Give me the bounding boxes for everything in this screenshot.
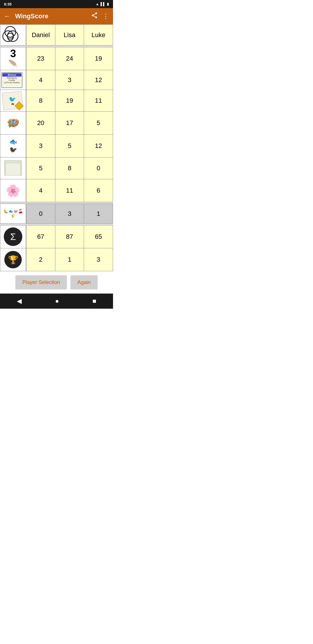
luke-goals[interactable]: 11	[84, 90, 113, 112]
sigma-icon: Σ	[4, 227, 22, 246]
lisa-eggs[interactable]: 17	[55, 112, 84, 135]
app-bar: ← WingScore ⋮	[0, 8, 113, 24]
lisa-tucked[interactable]: 8	[55, 158, 84, 179]
header-row: Daniel Lisa Luke	[0, 25, 113, 46]
battery-icon: ▮	[107, 2, 109, 6]
header-daniel: Daniel	[26, 25, 55, 46]
nav-bar: ◀ ● ■	[0, 294, 113, 309]
food-cards-icon: 🐟 🐦‍⬛	[0, 135, 26, 158]
flower-emoji: 🌸	[6, 184, 20, 198]
luke-food-cards[interactable]: 12	[84, 135, 113, 158]
nav-back-button[interactable]: ◀	[17, 297, 22, 305]
row-food-cards: 🐟 🐦‍⬛ 3 5 12	[0, 135, 113, 158]
row-total: Σ 67 87 65	[0, 225, 113, 248]
status-time: 6:35	[4, 2, 12, 6]
lisa-birds[interactable]: 24	[55, 47, 84, 70]
daniel-total[interactable]: 67	[26, 225, 55, 248]
daniel-nectar[interactable]: 4	[26, 179, 55, 202]
score-table: Daniel Lisa Luke 3 🪶	[0, 24, 113, 271]
daniel-food-cards[interactable]: 3	[26, 135, 55, 158]
birds-played-icon: 3 🪶	[0, 47, 26, 70]
row-round-goals: 🐦 IN 8 19 11	[0, 90, 113, 112]
menu-button[interactable]: ⋮	[103, 12, 109, 20]
daniel-bonus[interactable]: 4	[26, 70, 55, 90]
svg-point-0	[3, 31, 14, 41]
eggs-icon: 🪺	[0, 112, 26, 135]
lisa-food-cards[interactable]: 5	[55, 135, 84, 158]
svg-point-1	[7, 31, 18, 41]
header-lisa: Lisa	[55, 25, 84, 46]
luke-nectar[interactable]: 6	[84, 179, 113, 202]
robin-bird-icon: 🐦‍⬛	[9, 146, 17, 154]
lisa-total[interactable]: 87	[55, 225, 84, 248]
lisa-bonus[interactable]: 3	[55, 70, 84, 90]
app-title: WingScore	[15, 12, 86, 20]
daniel-rank[interactable]: 2	[26, 248, 55, 271]
bottom-buttons: Player Selection Again	[0, 271, 113, 292]
row-bonus-cards: Bonus Bedingung Punkte (10% der Karten) …	[0, 70, 113, 90]
signal-icon: ▌▌	[101, 2, 105, 6]
lisa-rank[interactable]: 1	[55, 248, 84, 271]
bonus-card-icon: Bonus Bedingung Punkte (10% der Karten)	[0, 70, 26, 90]
svg-point-2	[5, 26, 16, 37]
daniel-tucked[interactable]: 5	[26, 158, 55, 179]
score-table-container: Daniel Lisa Luke 3 🪶	[0, 24, 113, 271]
daniel-birds[interactable]: 23	[26, 47, 55, 70]
share-button[interactable]	[91, 12, 98, 21]
daniel-goals[interactable]: 8	[26, 90, 55, 112]
luke-birds[interactable]: 19	[84, 47, 113, 70]
luke-food-tokens[interactable]: 1	[84, 204, 113, 224]
lisa-nectar[interactable]: 11	[55, 179, 84, 202]
svg-point-3	[7, 33, 13, 39]
luke-rank[interactable]: 3	[84, 248, 113, 271]
tucked-cards-icon: 🐦	[0, 158, 26, 179]
row-tucked-cards: 🐦 5 8 0	[0, 158, 113, 179]
birds-played-number: 3	[10, 48, 16, 59]
row-food-tokens: 🐛 🐟 🐭 🍒 🌾 0 3 1	[0, 204, 113, 224]
round-goals-icon: 🐦 IN	[0, 90, 26, 112]
trophy-icon: 🏆	[4, 250, 22, 269]
luke-bonus[interactable]: 12	[84, 70, 113, 90]
row-nectar: 🌸 4 11 6	[0, 179, 113, 202]
nav-home-button[interactable]: ●	[55, 297, 59, 305]
luke-total[interactable]: 65	[84, 225, 113, 248]
status-icons: ▲ ▌▌ ▮	[96, 2, 109, 6]
player-selection-button[interactable]: Player Selection	[15, 275, 67, 290]
lisa-food-tokens[interactable]: 3	[55, 204, 84, 224]
rings-icon	[1, 26, 22, 44]
fish-icon: 🐟	[9, 138, 17, 146]
nest-egg-emoji: 🪺	[7, 117, 20, 129]
food-tokens-visual: 🐛 🐟 🐭 🍒 🌾	[1, 209, 25, 218]
again-button[interactable]: Again	[70, 275, 98, 290]
bonus-card-visual: Bonus Bedingung Punkte (10% der Karten)	[1, 72, 22, 88]
rank-icon: 🏆	[0, 248, 26, 271]
luke-tucked[interactable]: 0	[84, 158, 113, 179]
feather-icon: 🪶	[8, 59, 18, 69]
nectar-icon: 🌸	[0, 179, 26, 202]
row-eggs: 🪺 20 17 5	[0, 112, 113, 135]
daniel-food-tokens[interactable]: 0	[26, 204, 55, 224]
row-rank: 🏆 2 1 3	[0, 248, 113, 271]
total-icon: Σ	[0, 225, 26, 248]
luke-eggs[interactable]: 5	[84, 112, 113, 135]
back-button[interactable]: ←	[4, 12, 10, 20]
daniel-eggs[interactable]: 20	[26, 112, 55, 135]
lisa-goals[interactable]: 19	[55, 90, 84, 112]
row-birds-played: 3 🪶 23 24 19	[0, 47, 113, 70]
header-luke: Luke	[84, 25, 113, 46]
food-tokens-icon: 🐛 🐟 🐭 🍒 🌾	[0, 204, 26, 224]
wifi-icon: ▲	[96, 2, 99, 6]
nav-recents-button[interactable]: ■	[92, 297, 96, 305]
status-bar: 6:35 ▲ ▌▌ ▮	[0, 0, 113, 8]
header-icon-cell	[0, 25, 26, 46]
